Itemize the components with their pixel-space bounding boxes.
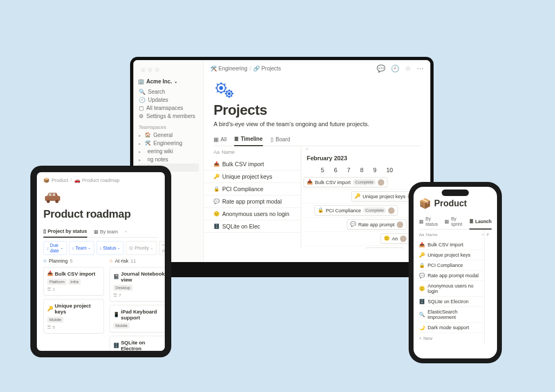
breadcrumb[interactable]: 📦Product / 🚗Product roadmap [43,178,158,183]
breadcrumb[interactable]: 🛠️Engineering / 🔗Projects [210,66,281,71]
card-title: PCI Compliance [326,208,361,213]
row-icon: 🌙 [419,325,425,330]
subtask-icon: ☰ [47,325,51,330]
sidebar-item[interactable]: 🏠General [138,131,199,139]
laptop-screen: 🏢 Acme Inc. ⌄ 🔍Search 🕘Updates ▢All team… [133,60,430,262]
table-row[interactable]: 🙂Anonymous users no login [204,208,301,220]
sidebar-all-teamspaces[interactable]: ▢All teamspaces [138,104,199,112]
table-row[interactable]: 🔑Unique project keys [204,171,301,183]
name-column: AaName 📥Bulk CSV import🔑Unique project k… [204,146,301,249]
page-icon[interactable] [214,80,236,100]
label: Name [222,149,235,155]
subtask-count: 1 [53,287,55,292]
sidebar-section-teamspaces: Teamspaces [139,125,199,130]
column-header-name[interactable]: AaName« [419,230,484,240]
table-row[interactable]: 📥Bulk CSV import [204,158,301,171]
board-card[interactable]: 📱iPad Keyboard supportMobile [109,305,165,332]
svg-point-5 [47,200,50,203]
workspace-switcher[interactable]: 🏢 Acme Inc. ⌄ [138,79,199,84]
filter-chip[interactable]: ↓Team⌄ [69,241,94,255]
sidebar-updates[interactable]: 🕘Updates [138,96,199,104]
tab-by-sprint[interactable]: ▦By sprint [444,214,464,229]
avatar [388,207,395,214]
timeline-column[interactable]: F [484,230,492,344]
board-card[interactable]: 📥Bulk CSV importPlatformInfra☰1 [43,267,104,296]
list-item[interactable]: 🔑Unique project keys [419,250,484,260]
add-filter[interactable]: + A [159,241,165,255]
filter-label: Priority [134,245,149,251]
row-icon: 🔑 [419,253,425,258]
page-title[interactable]: 📦 Product [419,198,492,210]
sidebar-item[interactable]: 🛠️Engineering [138,139,199,147]
list-item[interactable]: 📥Bulk CSV import [419,240,484,250]
board-card[interactable]: 🗄️SQLite on Electron [109,336,165,351]
sidebar-search[interactable]: 🔍Search [138,88,199,96]
list-item[interactable]: 🙂Anonymous users no login [419,281,484,297]
tab-by-status[interactable]: ▦By status [419,214,439,229]
sidebar-item[interactable]: ng notes [138,155,199,164]
sidebar-item[interactable]: eering wiki [138,147,199,155]
list-item[interactable]: 🔒PCI Compliance [419,260,484,271]
status-dot [43,259,47,263]
teamspace-icon: ▢ [139,105,144,111]
tab-project-by-status[interactable]: ▯Project by status [43,226,87,238]
filter-chip[interactable]: ↓Status⌄ [96,241,124,255]
view-tabs: ▦All ≣Timeline ▯Board [214,133,421,146]
filter-chip[interactable]: ↓Due date⌄ [43,241,67,255]
card-title: Bulk CSV import [315,180,351,185]
timeline-card[interactable]: 🗄️SQLite [365,247,404,249]
more-icon[interactable]: ⋯ [417,64,424,73]
filter-chip[interactable]: ⊙Priority⌄ [126,241,156,255]
column-header[interactable]: Planning5 [43,258,104,264]
page-title[interactable]: Product roadmap [43,208,158,220]
subtask-icon: ☰ [47,287,51,292]
tab-timeline[interactable]: ≣Timeline [234,133,262,146]
page-subtitle[interactable]: A bird's-eye view of the team's ongoing … [214,121,421,127]
card-icon: 📱 [113,312,119,317]
tab-launch[interactable]: ≣Launch [469,214,492,230]
row-icon: 🔑 [214,174,220,179]
timeline-card[interactable]: 📥Bulk CSV importComplete [304,177,388,187]
row-name: Bulk CSV import [428,242,463,247]
page-title[interactable]: Projects [214,102,421,119]
subtask-count: 7 [119,293,121,298]
collapse-icon[interactable]: « [306,146,308,152]
sidebar-settings[interactable]: ⚙Settings & members [138,112,199,120]
row-icon: 🔒 [214,187,220,192]
window-controls[interactable] [141,68,159,72]
row-name: Dark mode support [428,325,469,330]
column-header[interactable]: At risk11 [109,258,165,264]
timeline-card[interactable]: 🙂An [380,233,410,244]
column-header-name[interactable]: AaName [204,146,301,158]
new-row[interactable]: +New [419,333,484,344]
clock-icon[interactable]: 🕘 [391,64,399,73]
list-item[interactable]: 🗄️SQLite on Electron [419,297,484,307]
board-card[interactable]: 📓Journal Notebook viewDesktop☰7 [109,267,165,302]
timeline-card[interactable]: 🔑Unique project keys [351,191,417,201]
timeline-card[interactable]: 💬Rate app prompt [347,219,406,230]
page-icon[interactable] [43,191,158,206]
tab-more[interactable]: + [125,226,127,237]
tab-all[interactable]: ▦All [214,133,227,146]
table-row[interactable]: 🗄️SQLite on Elec [204,220,301,233]
comments-icon[interactable]: 💬 [377,64,385,73]
list-item[interactable]: 💬Rate app prompt modal [419,271,484,281]
chevron-down-icon: ⌄ [174,79,178,84]
table-row[interactable]: 💬Rate app prompt modal [204,195,301,208]
timeline-card[interactable]: 🔒PCI ComplianceComplete [314,205,398,215]
list-item[interactable]: 🔍ElasticSearch improvement [419,307,484,323]
board-card[interactable]: 🔑Unique project keysMobile☰5 [43,299,104,334]
clock-icon: 🕘 [139,97,145,103]
star-icon[interactable]: ☆ [405,64,411,73]
crumb-icon: 🛠️ [210,66,217,71]
car-icon: 🚗 [74,178,80,183]
tab-board[interactable]: ▯Board [270,133,291,146]
avatar [378,179,384,186]
tab-by-team[interactable]: ▦By team [94,226,118,237]
item-label: Engineering [153,140,182,146]
item-icon: 🏠 [145,133,151,138]
table-row[interactable]: 🔒PCI Compliance [204,183,301,195]
card-title: Bulk CSV import [55,271,95,277]
list-item[interactable]: 🌙Dark mode support [419,323,484,333]
row-name: Bulk CSV import [222,161,264,167]
